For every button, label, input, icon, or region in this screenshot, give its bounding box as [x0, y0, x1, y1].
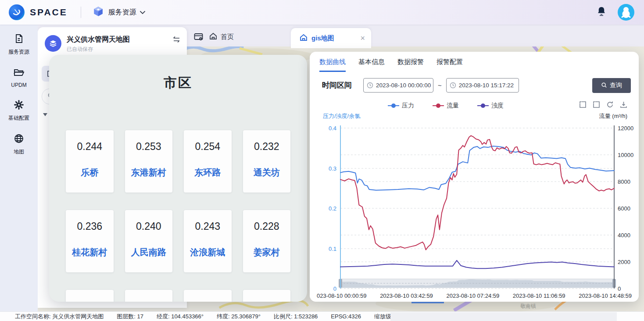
station-card[interactable]: 0.253东港新村	[125, 130, 173, 193]
station-card[interactable]: 0.228姜家村	[243, 210, 291, 272]
tab-label: gis地图	[311, 34, 334, 43]
legend-label: 流量	[447, 102, 459, 110]
chevron-down-icon[interactable]	[140, 8, 145, 16]
station-value: 0.244	[77, 141, 102, 153]
station-card[interactable]: 0.243沧浪新城	[184, 210, 232, 272]
x-tick-label: 2023-08-10 03:42:59	[380, 292, 433, 299]
right-tick-label: 0	[618, 285, 621, 291]
tree-collapse-caret[interactable]	[43, 113, 47, 116]
station-card-partial[interactable]	[184, 290, 232, 302]
tab-label: 首页	[221, 33, 234, 41]
x-tick-label: 2023-08-10 14:48:59	[579, 292, 632, 299]
station-card[interactable]: 0.232通关坊	[243, 130, 291, 193]
zoom-box-icon[interactable]	[579, 101, 587, 110]
time-start-input[interactable]	[376, 78, 432, 92]
time-separator: ~	[438, 82, 442, 89]
cube-icon	[93, 6, 104, 19]
home-icon	[300, 34, 308, 43]
station-value: 0.232	[254, 141, 279, 153]
swap-workspace-icon[interactable]	[172, 36, 181, 45]
detail-tab-0[interactable]: 数据曲线	[319, 58, 346, 72]
station-value: 0.243	[195, 221, 220, 232]
station-card-partial[interactable]	[66, 290, 114, 302]
station-value: 0.240	[136, 221, 161, 232]
left-tick-label: 0.2	[329, 205, 336, 212]
workspace-autosave-status: 已自动保存	[67, 46, 172, 53]
legend-marker-icon	[433, 103, 444, 108]
legend-item[interactable]: 压力	[388, 102, 414, 110]
time-range-label: 时间区间	[322, 80, 352, 90]
right-tick-label: 6000	[618, 205, 630, 212]
time-end-input[interactable]	[459, 78, 515, 92]
legend-marker-icon	[477, 103, 489, 108]
tab-home[interactable]: 首页	[209, 32, 234, 42]
chart-toolbox	[579, 101, 627, 110]
sidebar-item-updm[interactable]: UPDM	[11, 67, 26, 88]
station-name: 沧浪新城	[190, 246, 225, 258]
station-name: 东港新村	[131, 167, 166, 178]
app-root: 敬南镇 SPACE 服务资源	[0, 0, 644, 321]
station-grid: 0.244乐桥0.253东港新村0.254东环路0.232通关坊0.236桂花新…	[49, 130, 307, 302]
globe-icon	[14, 133, 24, 146]
status-item: EPSG:4326	[331, 313, 361, 320]
sidebar-item-base-config[interactable]: 基础配置	[8, 100, 29, 122]
sidebar-item-map[interactable]: 地图	[14, 133, 24, 156]
right-tick-label: 8000	[618, 178, 630, 185]
legend-item[interactable]: 流量	[433, 102, 459, 110]
station-card-partial[interactable]	[125, 290, 173, 302]
time-end-field	[446, 78, 519, 93]
station-name: 人民南路	[131, 246, 166, 258]
x-axis-labels: 023-08-10 00:00:592023-08-10 03:42:59202…	[317, 292, 632, 299]
station-card-partial[interactable]	[243, 290, 291, 302]
status-item: 比例尺: 1:523286	[274, 313, 318, 321]
notification-bell-icon[interactable]	[597, 6, 606, 18]
detail-tab-3[interactable]: 报警配置	[436, 58, 463, 72]
status-bar-filler	[390, 312, 617, 321]
chart-legend: 压力流量浊度	[310, 102, 582, 110]
station-detail-panel: 数据曲线基本信息数据报警报警配置 时间区间 ~	[310, 52, 639, 302]
detail-tab-1[interactable]: 基本信息	[358, 58, 385, 72]
status-item: 图层数: 17	[117, 313, 143, 321]
detail-tabs: 数据曲线基本信息数据报警报警配置	[319, 58, 463, 72]
map-town-label: 敬南镇	[520, 303, 536, 309]
sidebar-item-label: UPDM	[11, 82, 26, 88]
left-tick-label: 0.1	[329, 246, 336, 252]
download-icon[interactable]	[620, 101, 627, 110]
close-icon[interactable]: ×	[360, 34, 365, 42]
app-logo-icon[interactable]	[9, 4, 25, 20]
avatar[interactable]	[618, 4, 634, 21]
station-card[interactable]: 0.254东环路	[184, 130, 232, 193]
station-name: 桂花新村	[72, 246, 107, 258]
station-card[interactable]: 0.240人民南路	[125, 210, 173, 272]
left-rail: 服务资源 UPDM 基础配置	[0, 25, 38, 311]
clock-icon	[367, 82, 373, 90]
refresh-icon[interactable]	[606, 101, 614, 110]
station-name: 乐桥	[81, 167, 98, 178]
tab-gis-map[interactable]: gis地图 ×	[291, 28, 371, 48]
sidebar-item-service-resources[interactable]: 服务资源	[8, 33, 29, 56]
layers-icon	[45, 35, 61, 52]
home-icon	[209, 32, 217, 42]
left-tick-label: 0.3	[329, 165, 336, 172]
folder-icon	[13, 67, 25, 79]
station-value: 0.254	[195, 141, 220, 153]
detail-tab-2[interactable]: 数据报警	[397, 58, 424, 72]
clock-icon	[450, 82, 456, 90]
station-card[interactable]: 0.244乐桥	[66, 130, 114, 193]
panel-toggle-icon[interactable]	[194, 33, 203, 43]
chart-plot-svg[interactable]: 0.40.30.20.10120001000080006000400020000	[310, 116, 639, 291]
time-range-row: 时间区间 ~	[322, 78, 519, 93]
station-card[interactable]: 0.236桂花新村	[66, 210, 114, 272]
topbar-divider	[81, 7, 81, 18]
nav-service-resources[interactable]: 服务资源	[108, 8, 136, 17]
series-流量	[340, 136, 614, 250]
legend-label: 压力	[402, 102, 414, 110]
right-tick-label: 12000	[618, 125, 633, 132]
sidebar-item-label: 地图	[14, 148, 24, 156]
zoom-restore-icon[interactable]	[593, 101, 600, 110]
query-button[interactable]: 查询	[592, 78, 631, 93]
district-modal: 市区 0.244乐桥0.253东港新村0.254东环路0.232通关坊0.236…	[49, 55, 307, 302]
document-icon	[14, 33, 24, 46]
status-bar: 工作空间名称: 兴义供水管网天地图图层数: 17经度: 104.453366°纬…	[0, 311, 644, 321]
legend-item[interactable]: 浊度	[477, 102, 504, 110]
